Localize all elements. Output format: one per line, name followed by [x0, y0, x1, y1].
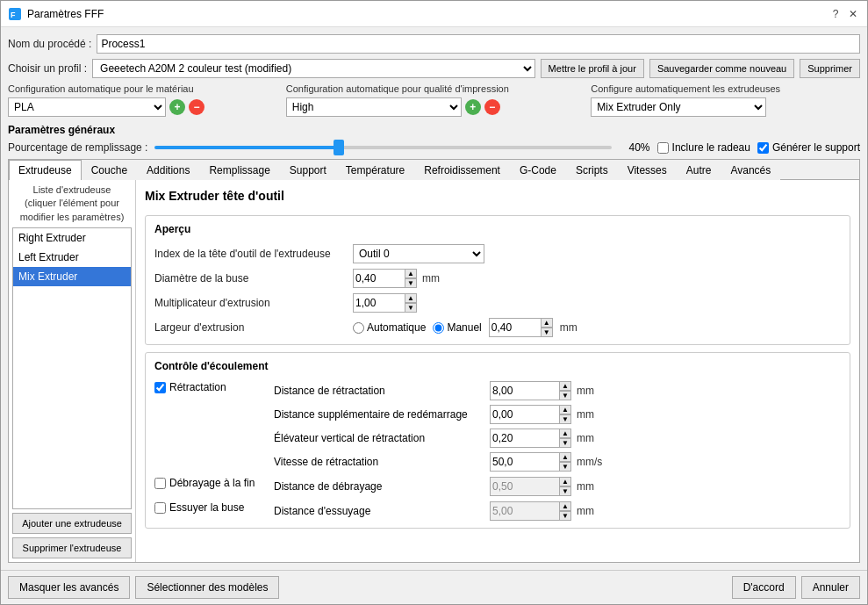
ret-vertical-down[interactable]: ▼	[559, 438, 571, 448]
debrayage-check-label[interactable]: Débrayage à la fin	[154, 477, 269, 489]
debrayage-field-row: Distance de débrayage ▲ ▼ mm	[274, 477, 841, 496]
essuyer-down[interactable]: ▼	[559, 511, 571, 521]
ret-vertical-unit: mm	[577, 432, 594, 444]
retraction-check-label[interactable]: Rétractation	[154, 381, 269, 393]
main-window: F Paramètres FFF ? ✕ Nom du procédé : Ch…	[0, 0, 868, 605]
extruder-item-mix[interactable]: Mix Extruder	[13, 267, 131, 286]
index-label: Index de la tête d'outil de l'extrudeuse	[154, 248, 348, 260]
include-raft-checkbox[interactable]	[657, 142, 669, 154]
tab-autre[interactable]: Autre	[677, 160, 721, 180]
debrayage-down[interactable]: ▼	[559, 486, 571, 496]
save-new-profile-button[interactable]: Sauvegarder comme nouveau	[649, 59, 794, 78]
tab-avances[interactable]: Avancés	[721, 160, 780, 180]
multiplier-down[interactable]: ▼	[405, 303, 417, 313]
quality-combo[interactable]: High	[286, 97, 462, 117]
ret-restart-label: Distance supplémentaire de redémarrage	[274, 408, 484, 421]
tab-temperature[interactable]: Température	[336, 160, 414, 180]
manuel-width-input[interactable]	[489, 318, 542, 337]
manuel-up[interactable]: ▲	[541, 318, 553, 328]
remove-material-button[interactable]: −	[189, 99, 204, 115]
remove-extruder-button[interactable]: Supprimer l'extrudeuse	[12, 537, 132, 558]
ret-vertical-up[interactable]: ▲	[559, 429, 571, 438]
delete-profile-button[interactable]: Supprimer	[800, 59, 860, 78]
ret-distance-down[interactable]: ▼	[559, 391, 571, 400]
essuyer-input[interactable]	[490, 501, 560, 521]
fill-label: Pourcentage de remplissage :	[8, 141, 147, 154]
update-profile-button[interactable]: Mettre le profil à jour	[541, 59, 644, 78]
manuel-radio[interactable]	[433, 322, 444, 334]
extruder-config-combo[interactable]: Mix Extruder Only	[591, 97, 766, 117]
essuyer-up[interactable]: ▲	[559, 501, 571, 511]
tab-vitesses[interactable]: Vitesses	[618, 160, 677, 180]
tab-gcode[interactable]: G-Code	[510, 160, 566, 180]
config-quality-block: Configuration automatique pour qualité d…	[286, 83, 582, 117]
hide-advanced-button[interactable]: Masquer les avancés	[8, 576, 130, 599]
ret-restart-down[interactable]: ▼	[559, 414, 571, 424]
ret-restart-input[interactable]	[490, 405, 560, 424]
multiplier-input[interactable]	[353, 293, 405, 313]
profile-combo[interactable]: Geeetech A20M 2 couleur test (modified)	[92, 59, 535, 78]
extruder-item-left[interactable]: Left Extruder	[13, 248, 131, 267]
ret-speed-up[interactable]: ▲	[559, 452, 571, 462]
manuel-down[interactable]: ▼	[541, 328, 553, 337]
diameter-row: Diamètre de la buse ▲ ▼ mm	[154, 269, 841, 288]
footer-right: D'accord Annuler	[732, 576, 860, 599]
ret-distance-unit: mm	[577, 385, 594, 397]
diameter-input[interactable]	[353, 269, 405, 288]
generate-support-checkbox[interactable]	[757, 142, 769, 154]
ret-restart-up[interactable]: ▲	[559, 405, 571, 414]
close-button[interactable]: ✕	[846, 7, 860, 21]
tabs-container: Extrudeuse Couche Additions Remplissage …	[8, 159, 860, 563]
tab-additions[interactable]: Additions	[137, 160, 199, 180]
ret-restart-spin: ▲ ▼	[490, 405, 571, 424]
apercu-title: Aperçu	[154, 223, 841, 235]
ret-speed-label: Vitesse de rétractation	[274, 456, 484, 468]
fill-slider[interactable]	[154, 146, 611, 149]
ret-distance-input[interactable]	[490, 381, 560, 400]
tab-remplissage[interactable]: Remplissage	[199, 160, 279, 180]
add-material-button[interactable]: +	[169, 99, 185, 115]
tab-extrudeuse[interactable]: Extrudeuse	[9, 160, 82, 180]
index-combo[interactable]: Outil 0	[353, 244, 484, 263]
auto-radio[interactable]	[353, 322, 364, 334]
diameter-up[interactable]: ▲	[405, 269, 417, 278]
select-models-button[interactable]: Sélectionner des modèles	[135, 576, 279, 599]
ret-distance-up[interactable]: ▲	[559, 381, 571, 391]
generate-support-label[interactable]: Générer le support	[757, 141, 860, 154]
process-name-input[interactable]	[97, 34, 860, 54]
tab-refroidissement[interactable]: Refroidissement	[414, 160, 510, 180]
debrayage-checkbox[interactable]	[154, 478, 166, 489]
ret-vertical-input[interactable]	[490, 429, 560, 448]
remove-quality-button[interactable]: −	[484, 99, 500, 115]
debrayage-up[interactable]: ▲	[559, 477, 571, 486]
manuel-radio-label[interactable]: Manuel	[433, 321, 481, 334]
help-button[interactable]: ?	[829, 7, 843, 21]
ret-speed-down[interactable]: ▼	[559, 462, 571, 472]
include-raft-label[interactable]: Inclure le radeau	[657, 141, 750, 154]
ret-restart-arrows: ▲ ▼	[559, 405, 571, 424]
window-title: Paramètres FFF	[27, 8, 104, 20]
extruder-item-right[interactable]: Right Extruder	[13, 228, 131, 248]
material-combo[interactable]: PLA	[8, 97, 166, 117]
tab-support[interactable]: Support	[280, 160, 336, 180]
width-label: Largeur d'extrusion	[154, 321, 348, 334]
debrayage-spin: ▲ ▼	[490, 477, 571, 496]
app-icon: F	[8, 7, 22, 21]
auto-radio-label[interactable]: Automatique	[353, 321, 426, 334]
essuyer-check-label[interactable]: Essuyer la buse	[154, 501, 269, 514]
config-quality-row: High + −	[286, 97, 582, 117]
tab-content-extrudeuse: Liste d'extrudeuse (cliquer l'élément po…	[9, 180, 859, 562]
tab-couche[interactable]: Couche	[82, 160, 137, 180]
debrayage-input[interactable]	[490, 477, 560, 496]
essuyer-checkbox[interactable]	[154, 502, 166, 514]
add-extruder-button[interactable]: Ajouter une extrudeuse	[12, 513, 132, 534]
ret-speed-input[interactable]	[490, 452, 560, 472]
ok-button[interactable]: D'accord	[732, 576, 796, 599]
cancel-button[interactable]: Annuler	[801, 576, 860, 599]
tab-scripts[interactable]: Scripts	[566, 160, 618, 180]
retraction-checkbox[interactable]	[154, 382, 166, 393]
config-section: Configuration automatique pour le matéri…	[8, 83, 860, 117]
add-quality-button[interactable]: +	[465, 99, 481, 115]
multiplier-up[interactable]: ▲	[405, 293, 417, 303]
diameter-down[interactable]: ▼	[405, 278, 417, 288]
